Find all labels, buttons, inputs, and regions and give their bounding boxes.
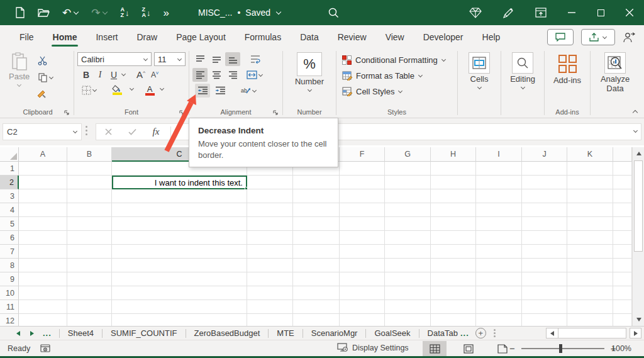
quick-access-overflow-button[interactable]: »	[164, 8, 169, 18]
tab-help[interactable]: Help	[473, 26, 510, 48]
cell-H4[interactable]	[431, 203, 476, 217]
cell-J9[interactable]	[522, 272, 567, 286]
row-header-6[interactable]: 6	[0, 231, 19, 245]
cell-K4[interactable]	[567, 203, 613, 217]
row-header-12[interactable]: 12	[0, 314, 19, 326]
zoom-percentage[interactable]: 100%	[611, 344, 631, 353]
row-header-1[interactable]: 1	[0, 162, 19, 176]
cell-H5[interactable]	[431, 217, 476, 231]
hidden-sheets-right-indicator[interactable]: ...	[460, 328, 469, 338]
cell-C10[interactable]	[112, 286, 247, 300]
cell-E9[interactable]	[293, 272, 340, 286]
cell-K12[interactable]	[567, 314, 613, 326]
scroll-down-button[interactable]	[633, 313, 644, 326]
cell-H6[interactable]	[431, 231, 476, 245]
row-header-8[interactable]: 8	[0, 259, 19, 272]
cell-G2[interactable]	[385, 176, 431, 189]
cell-partial-5[interactable]	[613, 217, 632, 231]
tab-data[interactable]: Data	[291, 26, 328, 48]
zoom-out-button[interactable]: −	[507, 343, 518, 354]
column-header-F[interactable]: F	[340, 147, 385, 162]
comments-button[interactable]	[547, 29, 574, 45]
undo-button[interactable]: ↶	[62, 8, 79, 18]
cell-B10[interactable]	[67, 286, 112, 300]
horizontal-scrollbar[interactable]	[546, 328, 626, 338]
align-left-button[interactable]	[192, 68, 208, 82]
zoom-slider-thumb[interactable]	[559, 344, 562, 353]
cell-C5[interactable]	[112, 217, 247, 231]
cell-D6[interactable]	[247, 231, 293, 245]
cell-K11[interactable]	[567, 300, 613, 314]
cell-E7[interactable]	[293, 245, 340, 259]
sort-ascending-button[interactable]: AZ ↓	[121, 7, 130, 19]
vertical-scroll-thumb[interactable]	[634, 160, 643, 252]
cell-partial-10[interactable]	[613, 286, 632, 300]
cell-J3[interactable]	[522, 189, 567, 203]
cell-E11[interactable]	[293, 300, 340, 314]
font-color-button[interactable]: A	[142, 83, 158, 97]
cell-A12[interactable]	[19, 314, 67, 326]
share-button[interactable]	[581, 29, 615, 45]
cell-C3[interactable]	[112, 189, 247, 203]
row-header-11[interactable]: 11	[0, 300, 19, 314]
cell-C2[interactable]: I want to indent this text.	[112, 176, 247, 189]
tab-view[interactable]: View	[376, 26, 414, 48]
sheet-tab-sumif-countif[interactable]: SUMIF_COUNTIF	[103, 328, 185, 338]
sheet-tab-datatab[interactable]: DataTab	[419, 328, 460, 338]
cell-K5[interactable]	[567, 217, 613, 231]
cell-D10[interactable]	[247, 286, 293, 300]
cell-H12[interactable]	[431, 314, 476, 326]
cell-J4[interactable]	[522, 203, 567, 217]
bottom-align-button[interactable]	[225, 52, 240, 66]
cell-G1[interactable]	[385, 162, 431, 176]
cell-F12[interactable]	[340, 314, 385, 326]
cell-G6[interactable]	[385, 231, 431, 245]
tab-insert[interactable]: Insert	[86, 26, 127, 48]
cell-J7[interactable]	[522, 245, 567, 259]
italic-button[interactable]: I	[94, 70, 106, 80]
cell-E10[interactable]	[293, 286, 340, 300]
name-box[interactable]: C2	[3, 123, 82, 140]
cell-B7[interactable]	[67, 245, 112, 259]
wrap-text-button[interactable]	[248, 52, 263, 66]
font-size-combo[interactable]: 11	[154, 52, 186, 66]
minimize-button[interactable]	[557, 0, 586, 25]
cell-D7[interactable]	[247, 245, 293, 259]
fill-color-button[interactable]	[106, 83, 128, 97]
cell-I11[interactable]	[476, 300, 522, 314]
cell-A2[interactable]	[19, 176, 67, 189]
cell-E5[interactable]	[293, 217, 340, 231]
sheet-tab-goalseek[interactable]: GoalSeek	[366, 328, 418, 338]
cell-B11[interactable]	[67, 300, 112, 314]
cell-F3[interactable]	[340, 189, 385, 203]
column-header-B[interactable]: B	[67, 147, 112, 162]
sheet-nav-right-icon[interactable]	[30, 331, 34, 336]
sort-descending-button[interactable]: ZA ↓	[142, 7, 151, 19]
cell-G12[interactable]	[385, 314, 431, 326]
cell-K9[interactable]	[567, 272, 613, 286]
cell-D8[interactable]	[247, 259, 293, 272]
cell-A3[interactable]	[19, 189, 67, 203]
tab-formulas[interactable]: Formulas	[235, 26, 291, 48]
cell-J5[interactable]	[522, 217, 567, 231]
row-header-10[interactable]: 10	[0, 286, 19, 300]
cut-button[interactable]	[35, 53, 50, 67]
addins-button[interactable]: Add-ins	[547, 52, 588, 86]
cell-B6[interactable]	[67, 231, 112, 245]
cell-F7[interactable]	[340, 245, 385, 259]
cell-H8[interactable]	[431, 259, 476, 272]
save-status-chevron-icon[interactable]	[275, 10, 281, 16]
cell-G9[interactable]	[385, 272, 431, 286]
cell-K2[interactable]	[567, 176, 613, 189]
cell-partial-6[interactable]	[613, 231, 632, 245]
formula-bar-grip[interactable]	[86, 126, 87, 135]
editing-button[interactable]: Editing	[503, 52, 542, 90]
new-file-icon[interactable]	[15, 7, 25, 18]
zoom-slider[interactable]	[521, 344, 604, 354]
cell-H7[interactable]	[431, 245, 476, 259]
maximize-button[interactable]	[586, 0, 615, 25]
tab-file[interactable]: File	[10, 26, 43, 48]
cell-partial-3[interactable]	[613, 189, 632, 203]
premium-diamond-icon[interactable]	[459, 0, 492, 25]
column-header-A[interactable]: A	[19, 147, 67, 162]
